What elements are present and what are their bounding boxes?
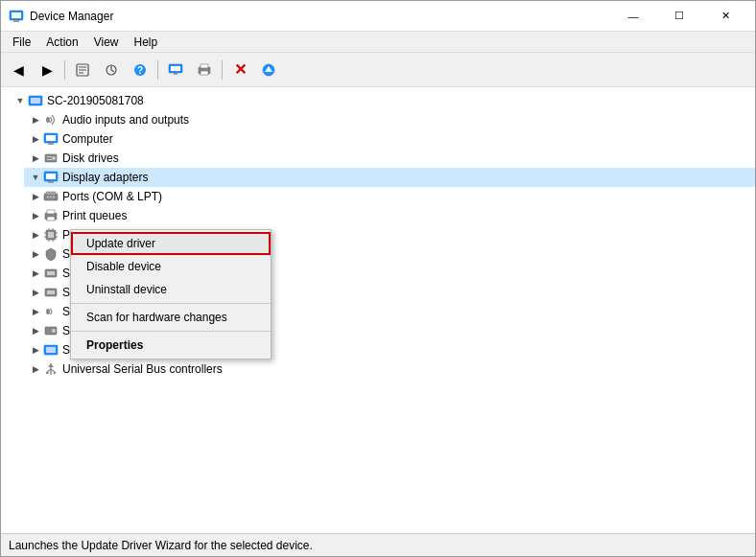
svg-rect-54 [47, 290, 55, 294]
tree-item-disk[interactable]: ▶ Disk drives [24, 149, 755, 168]
scan-button[interactable] [98, 57, 125, 83]
audio-icon [43, 112, 59, 128]
tree-item-display[interactable]: ▼ Display adapters [24, 168, 755, 187]
toolbar-sep-3 [222, 60, 223, 80]
security-icon [43, 246, 59, 262]
ports-label: Ports (COM & LPT) [62, 190, 162, 203]
disk-label: Disk drives [62, 151, 119, 165]
help-button[interactable]: ? [127, 57, 154, 83]
tree-item-computer[interactable]: ▶ Computer [24, 129, 755, 149]
menu-view[interactable]: View [86, 34, 127, 51]
sw-comp-expander[interactable]: ▶ [28, 266, 43, 281]
audio-expander[interactable]: ▶ [28, 112, 43, 128]
tree-item-print[interactable]: ▶ Print queues [24, 206, 755, 225]
root-icon [28, 93, 43, 108]
menu-bar: File Action View Help [1, 32, 755, 53]
svg-point-37 [53, 197, 55, 198]
print-icon [43, 208, 59, 223]
status-bar: Launches the Update Driver Wizard for th… [1, 533, 755, 556]
print-expander[interactable]: ▶ [28, 208, 43, 223]
tree-item-ports[interactable]: ▶ Ports (COM & LPT) [24, 187, 755, 206]
disk-expander[interactable]: ▶ [28, 151, 43, 166]
svg-point-35 [47, 197, 49, 198]
usb-icon [43, 361, 59, 377]
context-menu: Update driver Disable device Uninstall d… [70, 229, 272, 360]
app-icon [9, 9, 24, 24]
print-button[interactable] [191, 57, 218, 83]
toolbar-sep-2 [157, 60, 158, 80]
audio-label: Audio inputs and outputs [62, 113, 189, 127]
update-button[interactable] [255, 57, 282, 83]
status-text: Launches the Update Driver Wizard for th… [9, 539, 313, 552]
forward-button[interactable]: ▶ [34, 57, 60, 83]
processors-icon [43, 227, 59, 243]
svg-rect-31 [46, 174, 56, 179]
window-title: Device Manager [30, 10, 611, 23]
svg-rect-21 [31, 98, 40, 104]
ctx-properties[interactable]: Properties [71, 334, 271, 357]
remove-button[interactable]: ✕ [226, 57, 253, 83]
ctx-scan-hardware[interactable]: Scan for hardware changes [71, 306, 271, 329]
svg-rect-24 [46, 135, 56, 141]
svg-rect-17 [201, 71, 208, 75]
title-bar: Device Manager — ☐ ✕ [1, 1, 755, 32]
sw-dev-expander[interactable]: ▶ [28, 285, 43, 300]
svg-rect-14 [174, 73, 177, 75]
tree-root[interactable]: ▼ SC-201905081708 [9, 91, 755, 110]
svg-rect-16 [201, 64, 208, 68]
svg-text:?: ? [137, 65, 143, 76]
menu-action[interactable]: Action [38, 34, 85, 51]
maximize-button[interactable]: ☐ [657, 1, 701, 32]
disk-icon [43, 151, 59, 166]
device-manager-window: Device Manager — ☐ ✕ File Action View He… [0, 0, 756, 557]
ctx-update-driver[interactable]: Update driver [71, 232, 271, 255]
svg-point-55 [46, 309, 50, 314]
usb-label: Universal Serial Bus controllers [62, 362, 223, 376]
toolbar: ◀ ▶ ? [1, 53, 755, 87]
storage-expander[interactable]: ▶ [28, 323, 43, 338]
root-expander[interactable]: ▼ [12, 93, 28, 108]
tree-item-audio[interactable]: ▶ Audio inputs and outputs [24, 110, 755, 129]
svg-rect-2 [13, 20, 19, 22]
toolbar-sep-1 [64, 60, 65, 80]
svg-rect-52 [47, 271, 55, 275]
ctx-sep-2 [71, 331, 271, 332]
computer-label: Computer [62, 132, 113, 146]
svg-rect-28 [47, 156, 52, 157]
ctx-disable-device[interactable]: Disable device [71, 255, 271, 278]
display-expander[interactable]: ▼ [28, 170, 43, 185]
ctx-sep-1 [71, 303, 271, 304]
print-label: Print queues [62, 209, 127, 222]
menu-file[interactable]: File [5, 34, 38, 51]
computer-icon [43, 131, 59, 147]
svg-rect-59 [46, 347, 56, 353]
tree-item-usb[interactable]: ▶ Universal Serial Bus controllers [24, 360, 755, 379]
minimize-button[interactable]: — [611, 1, 655, 32]
svg-point-36 [50, 197, 52, 198]
properties-button[interactable] [69, 57, 96, 83]
usb-expander[interactable]: ▶ [28, 361, 43, 377]
sound-expander[interactable]: ▶ [28, 304, 43, 319]
display-button[interactable] [162, 57, 189, 83]
svg-point-57 [52, 329, 56, 333]
sw-dev-icon [43, 285, 59, 300]
svg-point-65 [54, 372, 56, 374]
main-area: ▼ SC-201905081708 ▶ [1, 87, 755, 533]
ports-icon [43, 189, 59, 204]
back-button[interactable]: ◀ [5, 57, 32, 83]
menu-help[interactable]: Help [127, 34, 166, 51]
ctx-uninstall-device[interactable]: Uninstall device [71, 278, 271, 301]
close-button[interactable]: ✕ [703, 1, 747, 32]
processors-expander[interactable]: ▶ [28, 227, 43, 243]
ports-expander[interactable]: ▶ [28, 189, 43, 204]
computer-expander[interactable]: ▶ [28, 131, 43, 147]
sound-icon [43, 304, 59, 319]
svg-rect-29 [47, 159, 52, 160]
svg-rect-1 [12, 12, 21, 18]
display-label: Display adapters [62, 171, 148, 184]
root-label: SC-201905081708 [47, 94, 144, 107]
security-expander[interactable]: ▶ [28, 246, 43, 262]
window-controls: — ☐ ✕ [611, 1, 747, 32]
svg-rect-40 [47, 217, 55, 220]
system-expander[interactable]: ▶ [28, 342, 43, 358]
